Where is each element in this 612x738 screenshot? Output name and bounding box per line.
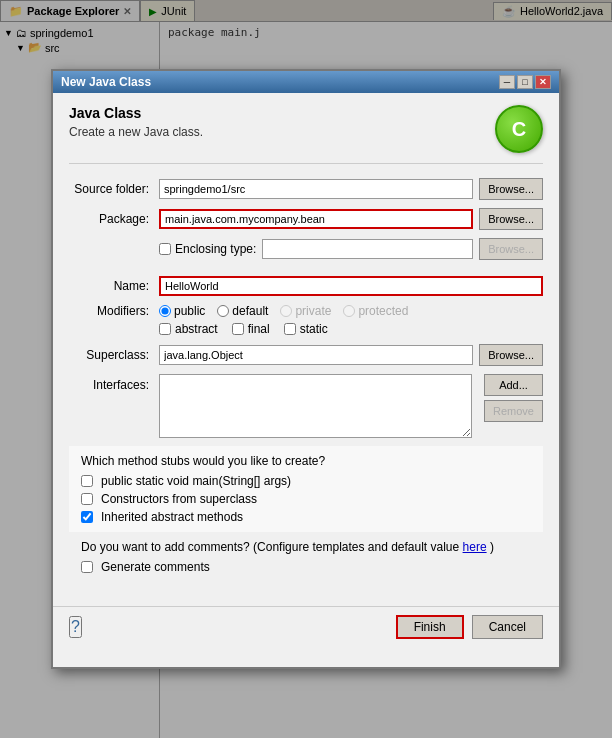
stubs-title: Which method stubs would you like to cre…: [81, 454, 531, 468]
stub-main-label: public static void main(String[] args): [101, 474, 291, 488]
help-button[interactable]: ?: [69, 616, 82, 638]
package-row: Package: Browse...: [69, 208, 543, 230]
modifiers-radio-group: public default private protected: [159, 304, 408, 318]
stubs-section: Which method stubs would you like to cre…: [69, 446, 543, 532]
dialog-header: Java Class Create a new Java class. C: [69, 105, 543, 164]
minimize-button[interactable]: ─: [499, 75, 515, 89]
modifier-static[interactable]: static: [284, 322, 328, 336]
source-folder-input[interactable]: [159, 179, 473, 199]
interfaces-remove-button[interactable]: Remove: [484, 400, 543, 422]
java-logo: C: [495, 105, 543, 153]
modifier-abstract-label: abstract: [175, 322, 218, 336]
superclass-row: Superclass: Browse...: [69, 344, 543, 366]
name-input[interactable]: [159, 276, 543, 296]
modifier-protected[interactable]: protected: [343, 304, 408, 318]
modifier-final-checkbox[interactable]: [232, 323, 244, 335]
enclosing-type-row: Enclosing type: Browse...: [69, 238, 543, 260]
modifier-default-radio[interactable]: [217, 305, 229, 317]
dialog-footer: ? Finish Cancel: [53, 606, 559, 647]
modifier-static-label: static: [300, 322, 328, 336]
comments-link[interactable]: here: [463, 540, 487, 554]
modifier-private[interactable]: private: [280, 304, 331, 318]
name-row: Name:: [69, 276, 543, 296]
modal-overlay: New Java Class ─ □ ✕ Java Class Create a…: [0, 0, 612, 738]
eclipse-window: 📁 Package Explorer ✕ ▶ JUnit ☕ HelloWorl…: [0, 0, 612, 738]
new-java-class-dialog: New Java Class ─ □ ✕ Java Class Create a…: [51, 69, 561, 669]
modifier-abstract-checkbox[interactable]: [159, 323, 171, 335]
footer-buttons: Finish Cancel: [396, 615, 543, 639]
maximize-button[interactable]: □: [517, 75, 533, 89]
modifier-public-radio[interactable]: [159, 305, 171, 317]
modifier-protected-radio[interactable]: [343, 305, 355, 317]
titlebar-buttons: ─ □ ✕: [499, 75, 551, 89]
package-input[interactable]: [159, 209, 473, 229]
source-folder-label: Source folder:: [69, 182, 159, 196]
interfaces-buttons: Add... Remove: [478, 374, 543, 422]
source-folder-row: Source folder: Browse...: [69, 178, 543, 200]
dialog-titlebar: New Java Class ─ □ ✕: [53, 71, 559, 93]
cancel-button[interactable]: Cancel: [472, 615, 543, 639]
comments-question: Do you want to add comments? (Configure …: [81, 540, 531, 554]
spacer: [69, 268, 543, 276]
dialog-header-text: Java Class Create a new Java class.: [69, 105, 203, 139]
interfaces-label: Interfaces:: [69, 374, 159, 392]
modifier-default[interactable]: default: [217, 304, 268, 318]
stub-main-checkbox[interactable]: [81, 475, 93, 487]
superclass-label: Superclass:: [69, 348, 159, 362]
finish-button[interactable]: Finish: [396, 615, 464, 639]
superclass-browse-button[interactable]: Browse...: [479, 344, 543, 366]
stub-main[interactable]: public static void main(String[] args): [81, 474, 531, 488]
comments-close-paren: ): [490, 540, 494, 554]
name-label: Name:: [69, 279, 159, 293]
modifier-private-label: private: [295, 304, 331, 318]
java-logo-letter: C: [512, 118, 526, 141]
modifiers-checkboxes: abstract final static: [159, 322, 328, 336]
enclosing-type-input[interactable]: [262, 239, 473, 259]
package-label: Package:: [69, 212, 159, 226]
modifier-public-label: public: [174, 304, 205, 318]
dialog-header-title: Java Class: [69, 105, 203, 121]
generate-comments-checkbox[interactable]: [81, 561, 93, 573]
generate-comments-label: Generate comments: [101, 560, 210, 574]
stub-inherited[interactable]: Inherited abstract methods: [81, 510, 531, 524]
superclass-input[interactable]: [159, 345, 473, 365]
interfaces-row: Interfaces: Add... Remove: [69, 374, 543, 438]
modifier-abstract[interactable]: abstract: [159, 322, 218, 336]
modifier-final-label: final: [248, 322, 270, 336]
stub-inherited-checkbox[interactable]: [81, 511, 93, 523]
modifier-private-radio[interactable]: [280, 305, 292, 317]
generate-comments[interactable]: Generate comments: [81, 560, 531, 574]
stub-constructors-label: Constructors from superclass: [101, 492, 257, 506]
modifiers-row: Modifiers: public default private: [69, 304, 543, 318]
close-button[interactable]: ✕: [535, 75, 551, 89]
stub-constructors[interactable]: Constructors from superclass: [81, 492, 531, 506]
interfaces-input[interactable]: [159, 374, 472, 438]
enclosing-type-label: Enclosing type:: [175, 242, 256, 256]
source-folder-browse-button[interactable]: Browse...: [479, 178, 543, 200]
modifier-default-label: default: [232, 304, 268, 318]
modifier-final[interactable]: final: [232, 322, 270, 336]
interfaces-add-button[interactable]: Add...: [484, 374, 543, 396]
modifier-static-checkbox[interactable]: [284, 323, 296, 335]
modifiers-label: Modifiers:: [69, 304, 159, 318]
package-browse-button[interactable]: Browse...: [479, 208, 543, 230]
modifiers-row2: abstract final static: [69, 322, 543, 336]
dialog-title-label: New Java Class: [61, 75, 151, 89]
comments-question-text: Do you want to add comments? (Configure …: [81, 540, 459, 554]
modifier-protected-label: protected: [358, 304, 408, 318]
enclosing-type-checkbox-item: Enclosing type:: [159, 242, 256, 256]
enclosing-type-browse-button[interactable]: Browse...: [479, 238, 543, 260]
stub-constructors-checkbox[interactable]: [81, 493, 93, 505]
dialog-body: Java Class Create a new Java class. C So…: [53, 93, 559, 598]
enclosing-type-checkbox[interactable]: [159, 243, 171, 255]
stub-inherited-label: Inherited abstract methods: [101, 510, 243, 524]
dialog-header-subtitle: Create a new Java class.: [69, 125, 203, 139]
modifier-public[interactable]: public: [159, 304, 205, 318]
comments-section: Do you want to add comments? (Configure …: [69, 540, 543, 574]
